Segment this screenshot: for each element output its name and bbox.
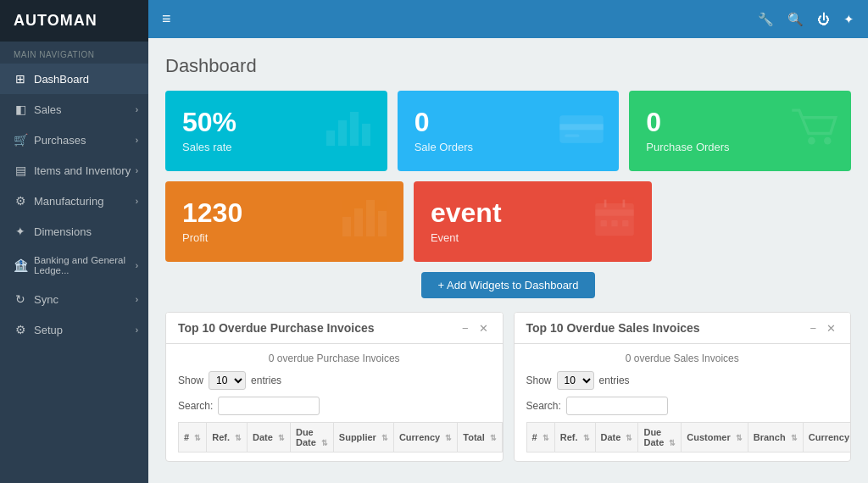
sales-icon: ◧ — [14, 103, 27, 116]
sidebar-item-label: Sales — [34, 103, 62, 116]
show-entries: Show 10 25 50 entries — [526, 371, 839, 390]
sidebar-item-label: Sync — [34, 293, 58, 306]
sidebar-item-label: DashBoard — [34, 73, 89, 86]
widget-left: event Event — [431, 199, 502, 244]
svg-rect-9 — [342, 217, 351, 236]
panel-controls: − ✕ — [459, 322, 491, 335]
svg-rect-0 — [326, 130, 335, 146]
show-label: Show — [526, 375, 552, 386]
chevron-right-icon: › — [136, 197, 138, 206]
chevron-right-icon: › — [136, 295, 138, 304]
inventory-icon: ▤ — [14, 164, 27, 177]
widget-label: Profit — [182, 231, 242, 244]
add-widgets-row: + Add Widgets to Dashboard — [165, 272, 851, 298]
svg-rect-12 — [378, 211, 387, 236]
dashboard-icon: ⊞ — [14, 72, 27, 86]
sidebar-item-items-inventory[interactable]: ▤ Items and Inventory › — [0, 155, 148, 186]
topbar: ≡ 🔧 🔍 ⏻ ✦ — [148, 0, 868, 38]
widget-profit: 1230 Profit — [165, 181, 403, 262]
widget-label: Sales rate — [182, 141, 236, 153]
sidebar-item-sync[interactable]: ↻ Sync › — [0, 284, 148, 314]
entries-select[interactable]: 10 25 50 — [557, 371, 594, 390]
close-button[interactable]: ✕ — [824, 322, 838, 335]
entries-label: entries — [599, 375, 630, 386]
overdue-text: 0 overdue Sales Invoices — [526, 353, 839, 364]
sales-invoices-panel: Top 10 Overdue Sales Invoices − ✕ 0 over… — [514, 312, 852, 462]
widget-value: 50% — [182, 108, 236, 136]
search-input[interactable] — [218, 397, 320, 415]
svg-rect-13 — [595, 203, 633, 236]
hamburger-icon[interactable]: ≡ — [162, 10, 171, 28]
power-icon[interactable]: ⏻ — [817, 12, 830, 26]
col-ref: Ref. ⇅ — [207, 423, 248, 452]
col-customer: Customer ⇅ — [682, 423, 748, 452]
topbar-icons: 🔧 🔍 ⏻ ✦ — [758, 12, 854, 27]
widget-label: Purchase Orders — [646, 141, 729, 153]
search-icon[interactable]: 🔍 — [787, 12, 804, 27]
sidebar-item-sales[interactable]: ◧ Sales › — [0, 94, 148, 125]
page-title: Dashboard — [165, 55, 851, 77]
sync-icon: ↻ — [14, 292, 27, 306]
widget-event: event Event — [414, 181, 652, 262]
chevron-right-icon: › — [136, 261, 138, 270]
svg-rect-16 — [611, 220, 617, 226]
bar-chart-icon — [325, 105, 376, 158]
col-due-date: DueDate ⇅ — [638, 423, 682, 452]
widget-left: 50% Sales rate — [182, 108, 236, 153]
setup-icon: ⚙ — [14, 323, 27, 336]
search-label: Search: — [526, 400, 561, 412]
manufacturing-icon: ⚙ — [14, 194, 27, 208]
col-currency: Currency ⇅ — [393, 423, 457, 452]
col-currency: Currency ⇅ — [803, 423, 851, 452]
wrench-icon[interactable]: 🔧 — [758, 12, 774, 27]
widget-left: 1230 Profit — [182, 199, 242, 244]
widget-left: 0 Sale Orders — [415, 108, 473, 153]
col-date: Date ⇅ — [248, 423, 291, 452]
svg-rect-2 — [350, 112, 359, 146]
event-icon — [589, 196, 640, 248]
col-supplier: Supplier ⇅ — [333, 423, 393, 452]
close-button[interactable]: ✕ — [476, 322, 491, 335]
col-date: Date ⇅ — [595, 423, 638, 452]
topbar-left: ≡ — [162, 10, 171, 28]
chevron-right-icon: › — [136, 325, 138, 335]
panels-row: Top 10 Overdue Purchase Invoices − ✕ 0 o… — [165, 312, 851, 462]
overdue-text: 0 overdue Purchase Invoices — [178, 353, 491, 364]
minimize-button[interactable]: − — [807, 322, 819, 335]
sidebar-item-manufacturing[interactable]: ⚙ Manufacturing › — [0, 186, 148, 216]
svg-rect-15 — [601, 220, 607, 226]
sidebar-item-label: Manufacturing — [34, 195, 103, 208]
show-label: Show — [178, 375, 203, 386]
widget-sale-orders: 0 Sale Orders — [398, 91, 620, 171]
add-widgets-button[interactable]: + Add Widgets to Dashboard — [421, 272, 596, 298]
sidebar-item-purchases[interactable]: 🛒 Purchases › — [0, 125, 148, 155]
widget-label: Event — [431, 231, 502, 244]
entries-select[interactable]: 10 25 50 — [209, 371, 246, 390]
dimensions-icon: ✦ — [14, 225, 27, 238]
sidebar-item-label: Setup — [34, 324, 63, 336]
panel-title: Top 10 Overdue Sales Invoices — [526, 321, 700, 335]
sidebar-item-banking[interactable]: 🏦 Banking and General Ledge... › — [0, 247, 148, 284]
sidebar-item-dimensions[interactable]: ✦ Dimensions — [0, 216, 148, 247]
col-total: Total ⇅ — [458, 423, 503, 452]
col-branch: Branch ⇅ — [748, 423, 803, 452]
chevron-right-icon: › — [136, 136, 138, 145]
chevron-right-icon: › — [136, 166, 138, 175]
panel-controls: − ✕ — [807, 322, 838, 335]
sidebar-item-dashboard[interactable]: ⊞ DashBoard — [0, 64, 148, 94]
cart-icon — [788, 103, 839, 159]
search-input[interactable] — [566, 397, 668, 415]
search-label: Search: — [178, 400, 213, 412]
sidebar-item-label: Items and Inventory — [34, 164, 131, 177]
minimize-button[interactable]: − — [459, 322, 471, 335]
show-entries: Show 10 25 50 entries — [178, 371, 491, 390]
panel-body: 0 overdue Purchase Invoices Show 10 25 5… — [166, 344, 503, 461]
share-icon[interactable]: ✦ — [843, 12, 854, 27]
credit-card-icon — [556, 105, 607, 158]
col-hash: # ⇅ — [526, 423, 554, 452]
widget-value: event — [431, 199, 502, 226]
main-content: ≡ 🔧 🔍 ⏻ ✦ Dashboard 50% Sales rate — [148, 0, 868, 483]
widgets-row-1: 50% Sales rate 0 Sale Orders — [165, 91, 851, 171]
sidebar-item-setup[interactable]: ⚙ Setup › — [0, 314, 148, 345]
col-extra: ⇅ — [502, 423, 503, 452]
